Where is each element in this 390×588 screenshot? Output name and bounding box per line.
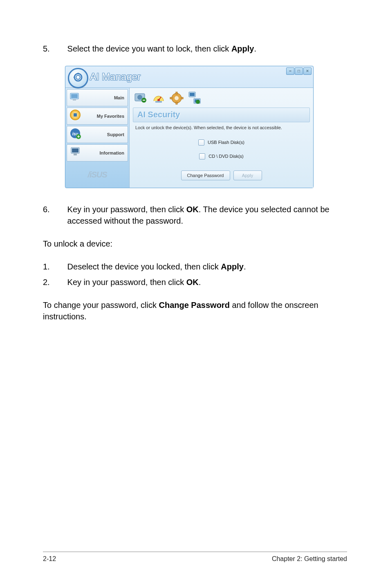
step-number: 2.	[43, 276, 65, 288]
svg-rect-17	[155, 101, 162, 103]
checkbox-dvd-label: CD \ DVD Disk(s)	[208, 154, 244, 159]
chapter-label: Chapter 2: Getting started	[272, 555, 347, 563]
close-button[interactable]: ×	[303, 67, 312, 75]
main-icon	[69, 91, 83, 104]
window-buttons: – □ ×	[286, 67, 312, 75]
section-description: Lock or unlock the device(s). When selec…	[133, 122, 310, 135]
page-number: 2-12	[43, 555, 56, 563]
svg-point-0	[74, 74, 82, 81]
checkbox-dvd-row: CD \ DVD Disk(s)	[133, 149, 310, 163]
text-a: Key in your password, then click	[67, 278, 186, 287]
step-text: Key in your password, then click OK. The…	[67, 204, 345, 227]
text-bold: Change Password	[159, 301, 229, 310]
unlock-heading: To unlock a device:	[43, 238, 347, 249]
svg-rect-3	[71, 94, 78, 98]
svg-rect-6	[74, 113, 77, 117]
text-b: .	[254, 44, 256, 53]
step-number: 5.	[43, 43, 65, 54]
overclock-icon[interactable]	[151, 91, 166, 105]
change-password-para: To change your password, click Change Pa…	[43, 299, 347, 322]
apply-button[interactable]: Apply	[233, 171, 262, 180]
page-footer: 2-12 Chapter 2: Getting started	[43, 552, 347, 563]
text-a: Select the device you want to lock, then…	[67, 44, 231, 53]
sidebar-item-favorites[interactable]: My Favorites	[67, 108, 128, 125]
text-bold: Apply	[231, 44, 254, 53]
text-bold: OK	[186, 205, 199, 214]
step-number: 1.	[43, 261, 65, 272]
change-password-button[interactable]: Change Password	[181, 171, 230, 180]
app-body: Main My Favorites isu Support Informatio…	[65, 88, 313, 188]
svg-rect-22	[170, 97, 172, 99]
svg-rect-4	[73, 99, 76, 101]
titlebar: AI Manager – □ ×	[65, 66, 313, 88]
sidebar-item-label: Information	[100, 150, 125, 155]
step-text: Key in your password, then click OK.	[67, 276, 345, 288]
text-a: To change your password, click	[43, 301, 159, 310]
pc-network-icon[interactable]	[187, 91, 202, 105]
svg-point-1	[76, 75, 80, 79]
text-a: Deselect the device you locked, then cli…	[67, 262, 221, 271]
svg-rect-11	[72, 148, 78, 153]
support-icon: isu	[69, 128, 83, 141]
button-row: Change Password Apply	[133, 171, 310, 180]
sidebar-item-label: My Favorites	[97, 114, 124, 119]
ai-manager-window: AI Manager – □ × Main My Favorites	[65, 66, 314, 188]
unlock-step-2: 2. Key in your password, then click OK.	[43, 276, 347, 288]
main-pane: AI Security Lock or unlock the device(s)…	[129, 88, 313, 188]
checkbox-usb-row: USB Flash Disk(s)	[133, 135, 310, 149]
minimize-button[interactable]: –	[286, 67, 294, 75]
disk-speed-icon[interactable]	[133, 91, 148, 105]
svg-rect-20	[176, 92, 177, 94]
toolbar-icons	[133, 90, 310, 107]
gear-icon[interactable]	[169, 91, 184, 105]
step-text: Select the device you want to lock, then…	[67, 43, 345, 54]
section-header: AI Security	[133, 108, 310, 122]
step-text: Deselect the device you locked, then cli…	[67, 261, 345, 272]
maximize-button[interactable]: □	[295, 67, 303, 75]
text-bold: OK	[186, 278, 199, 287]
text-b: .	[244, 262, 246, 271]
unlock-step-1: 1. Deselect the device you locked, then …	[43, 261, 347, 272]
sidebar-item-label: Support	[107, 132, 124, 137]
sidebar: Main My Favorites isu Support Informatio…	[65, 88, 129, 188]
text-bold: Apply	[221, 262, 244, 271]
app-title: AI Manager	[90, 71, 141, 83]
svg-rect-21	[176, 102, 177, 104]
text-a: Key in your password, then click	[67, 205, 186, 214]
svg-point-28	[196, 100, 200, 104]
step-5: 5. Select the device you want to lock, t…	[43, 43, 347, 54]
asus-logo: /iSUS	[68, 166, 127, 183]
svg-rect-23	[181, 97, 183, 99]
svg-point-19	[175, 96, 179, 100]
text-b: .	[199, 278, 201, 287]
favorites-icon	[69, 109, 83, 122]
svg-rect-25	[190, 93, 195, 96]
checkbox-usb[interactable]	[198, 139, 204, 146]
step-number: 6.	[43, 204, 65, 215]
app-logo-icon	[68, 68, 88, 88]
svg-rect-12	[74, 153, 77, 155]
checkbox-dvd[interactable]	[199, 153, 205, 159]
sidebar-item-main[interactable]: Main	[67, 89, 128, 106]
step-6: 6. Key in your password, then click OK. …	[43, 204, 347, 227]
sidebar-item-support[interactable]: isu Support	[67, 126, 128, 143]
svg-point-14	[137, 95, 142, 100]
sidebar-item-information[interactable]: Information	[67, 144, 128, 162]
checkbox-usb-label: USB Flash Disk(s)	[208, 140, 244, 145]
sidebar-item-label: Main	[114, 95, 124, 100]
information-icon	[69, 146, 83, 159]
